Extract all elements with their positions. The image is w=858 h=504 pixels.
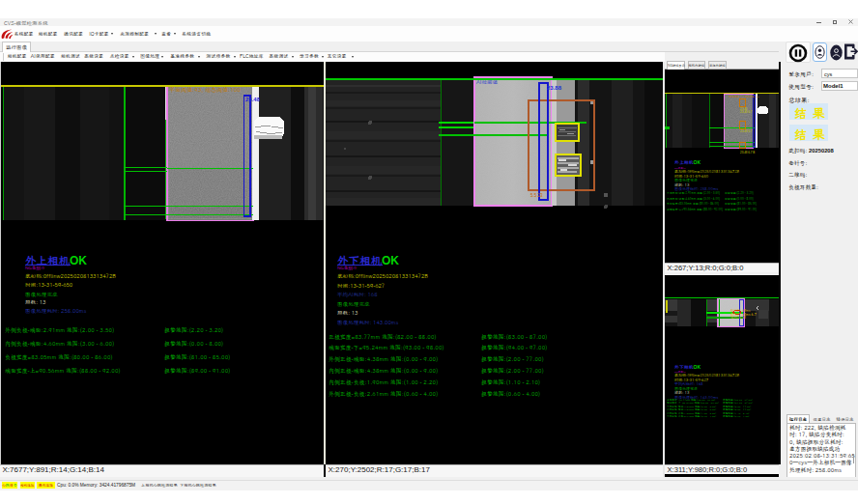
- svg-text:平面阈值:93, 动态阈值:100: 平面阈值:93, 动态阈值:100: [729, 95, 759, 98]
- svg-text:23.48 6.7: 23.48 6.7: [740, 129, 753, 133]
- svg-text:耗时23.48: 耗时23.48: [730, 315, 746, 320]
- svg-text:23.48 6.7: 23.48 6.7: [740, 110, 753, 114]
- svg-text:23.48 6.7 B: 23.48 6.7 B: [740, 151, 755, 154]
